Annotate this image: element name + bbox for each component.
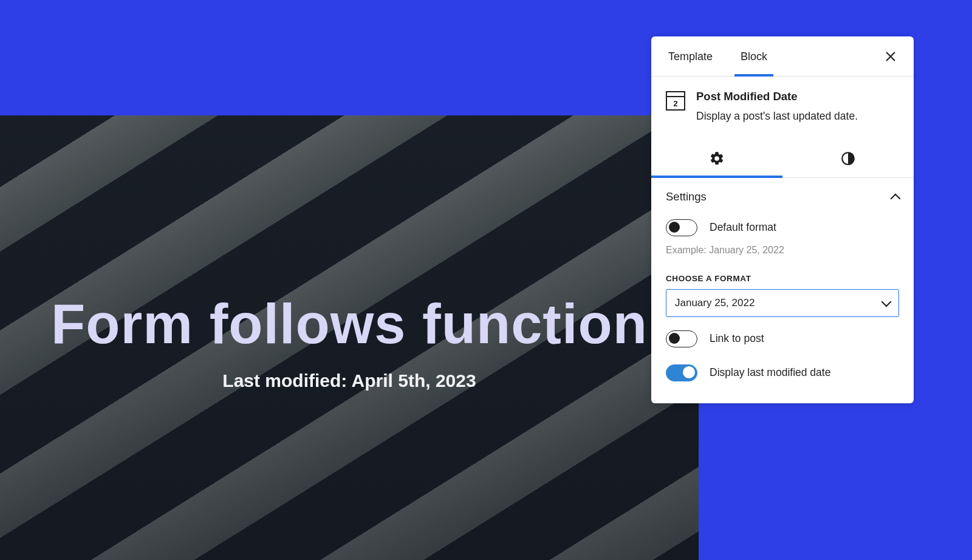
label-default-format: Default format <box>710 221 776 234</box>
last-modified-line: Last modified: April 5th, 2023 <box>36 370 662 391</box>
toggle-default-format[interactable] <box>666 219 697 236</box>
example-format-line: Example: January 25, 2022 <box>651 245 914 259</box>
subtab-settings[interactable] <box>651 140 782 177</box>
close-panel-button[interactable] <box>878 44 903 69</box>
settings-section-header[interactable]: Settings <box>651 178 914 211</box>
hero-text: Form follows function Last modified: Apr… <box>0 295 699 391</box>
block-description: Display a post's last updated date. <box>696 109 858 124</box>
setting-default-format: Default format <box>651 211 914 245</box>
setting-display-modified: Display last modified date <box>651 356 914 390</box>
calendar-day-number: 2 <box>667 99 684 108</box>
editor-preview: Form follows function Last modified: Apr… <box>0 115 699 560</box>
toggle-link-to-post[interactable] <box>666 330 697 347</box>
toggle-display-modified[interactable] <box>666 364 697 381</box>
setting-link-to-post: Link to post <box>651 322 914 356</box>
chevron-up-icon <box>891 193 901 203</box>
label-link-to-post: Link to post <box>710 332 764 345</box>
panel-subtabs <box>651 140 914 178</box>
subtab-styles[interactable] <box>782 140 914 177</box>
block-info: 2 Post Modified Date Display a post's la… <box>651 77 914 140</box>
label-display-modified: Display last modified date <box>710 366 830 379</box>
format-select[interactable]: January 25, 2022 <box>666 289 899 317</box>
format-select-value: January 25, 2022 <box>675 297 755 309</box>
close-icon <box>884 50 897 63</box>
block-settings-panel: Template Block 2 Post Modified Date Disp… <box>651 36 914 403</box>
calendar-icon: 2 <box>666 91 685 111</box>
gear-icon <box>709 151 725 166</box>
block-title: Post Modified Date <box>696 90 858 103</box>
tab-template[interactable]: Template <box>662 37 719 77</box>
choose-format-label: CHOOSE A FORMAT <box>651 259 914 289</box>
tab-block[interactable]: Block <box>734 37 773 77</box>
chevron-down-icon <box>881 296 892 307</box>
page-title: Form follows function <box>36 295 662 353</box>
panel-tabs: Template Block <box>651 36 914 77</box>
settings-section-label: Settings <box>666 190 707 203</box>
contrast-icon <box>840 151 856 166</box>
